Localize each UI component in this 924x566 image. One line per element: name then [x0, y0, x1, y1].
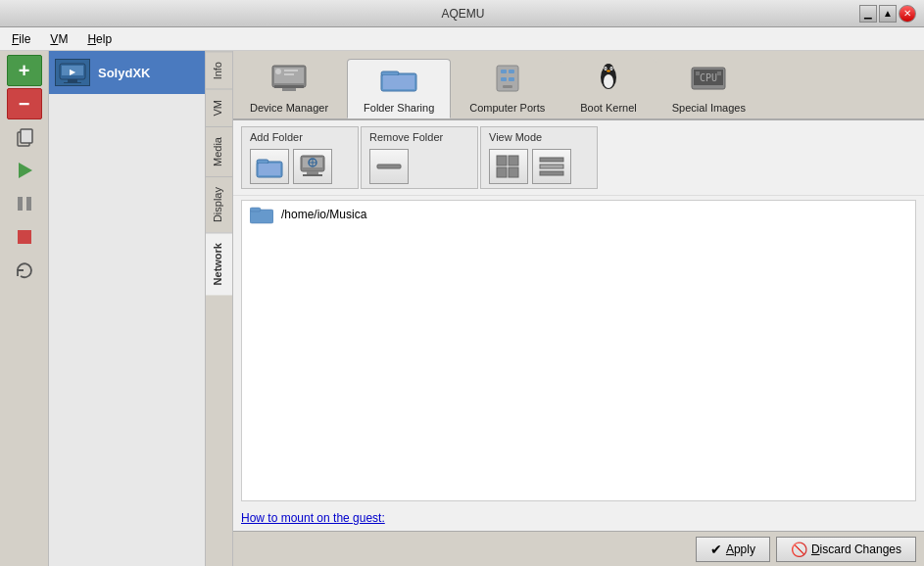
- copy-vm-button[interactable]: [7, 121, 42, 153]
- view-mode-buttons: [489, 149, 589, 184]
- svg-rect-52: [509, 156, 518, 165]
- discard-button[interactable]: 🚫 Discard Changes: [776, 537, 916, 562]
- remove-folder-label: Remove Folder: [369, 131, 469, 143]
- file-path: /home/io/Musica: [281, 208, 366, 221]
- folder-icon: [250, 205, 273, 224]
- svg-rect-53: [497, 167, 507, 177]
- minimize-button[interactable]: ▁: [859, 5, 877, 23]
- view-mode-group: View Mode: [480, 126, 598, 189]
- menu-help[interactable]: Help: [79, 30, 120, 48]
- tab-special-images[interactable]: CPU Special Images: [656, 59, 762, 118]
- tab-computer-ports[interactable]: Computer Ports: [453, 59, 561, 118]
- svg-rect-8: [64, 82, 81, 83]
- file-list-item[interactable]: /home/io/Musica: [242, 201, 915, 228]
- vtab-media[interactable]: Media: [206, 126, 232, 176]
- remove-vm-button[interactable]: −: [7, 88, 42, 119]
- maximize-button[interactable]: ▲: [879, 5, 897, 23]
- vm-name: SolydXK: [98, 66, 150, 80]
- tab-boot-kernel[interactable]: Boot Kernel: [563, 57, 653, 118]
- add-folder-network-button[interactable]: [293, 149, 332, 184]
- remove-folder-buttons: [369, 149, 469, 184]
- vm-panel: ▶ SolydXK: [49, 51, 206, 566]
- stop-vm-button[interactable]: [7, 221, 42, 253]
- run-vm-button[interactable]: [7, 155, 42, 186]
- svg-rect-39: [717, 71, 721, 75]
- svg-point-28: [604, 74, 613, 88]
- svg-text:▶: ▶: [70, 68, 76, 76]
- top-tabs: Device Manager Folder Sharing: [233, 51, 924, 120]
- tab-folder-sharing[interactable]: Folder Sharing: [347, 59, 451, 118]
- svg-rect-46: [303, 174, 322, 176]
- main-container: + − ▶: [0, 51, 924, 566]
- menu-vm[interactable]: VM: [42, 30, 75, 48]
- file-list[interactable]: /home/io/Musica: [241, 200, 916, 501]
- svg-rect-38: [696, 71, 700, 75]
- apply-icon: ✔: [710, 542, 722, 557]
- add-vm-button[interactable]: +: [7, 55, 42, 86]
- svg-rect-26: [503, 85, 512, 88]
- vertical-tabs: Info VM Media Display Network: [206, 51, 233, 566]
- remove-folder-group: Remove Folder: [361, 126, 478, 189]
- svg-rect-25: [509, 77, 514, 81]
- add-folder-buttons: [250, 149, 350, 184]
- svg-rect-59: [250, 208, 261, 212]
- vtab-display[interactable]: Display: [206, 176, 232, 232]
- svg-point-32: [605, 68, 607, 70]
- vm-list-item[interactable]: ▶ SolydXK: [49, 51, 205, 94]
- view-grid-button[interactable]: [489, 149, 528, 184]
- tab-special-images-label: Special Images: [672, 102, 746, 114]
- close-button[interactable]: ✕: [899, 5, 916, 23]
- window-title: AQEMU: [67, 7, 859, 21]
- menubar: File VM Help: [0, 27, 924, 51]
- special-images-icon: CPU: [690, 64, 727, 100]
- add-folder-open-button[interactable]: [250, 149, 289, 184]
- svg-rect-45: [307, 171, 318, 174]
- svg-marker-2: [19, 163, 32, 178]
- window-controls: ▁ ▲ ✕: [859, 5, 916, 23]
- tab-computer-ports-label: Computer Ports: [469, 102, 545, 114]
- vtab-info[interactable]: Info: [206, 51, 232, 89]
- toolbar-area: Add Folder: [233, 120, 924, 196]
- vm-icon: ▶: [55, 59, 90, 86]
- svg-rect-57: [540, 171, 563, 175]
- boot-kernel-icon: [590, 62, 627, 100]
- svg-rect-19: [381, 71, 399, 75]
- help-link-text: How to mount on the guest:: [241, 511, 385, 525]
- svg-rect-23: [509, 70, 514, 73]
- apply-button[interactable]: ✔ Apply: [696, 537, 770, 562]
- svg-rect-14: [284, 70, 298, 71]
- svg-rect-3: [18, 197, 23, 211]
- titlebar: AQEMU ▁ ▲ ✕: [0, 0, 924, 27]
- svg-rect-1: [21, 129, 32, 143]
- help-link[interactable]: How to mount on the guest:: [233, 505, 924, 531]
- discard-icon: 🚫: [791, 542, 807, 557]
- pause-vm-button[interactable]: [7, 188, 42, 219]
- svg-text:CPU: CPU: [700, 72, 717, 83]
- add-folder-group: Add Folder: [241, 126, 359, 189]
- svg-point-33: [610, 68, 612, 70]
- view-list-button[interactable]: [532, 149, 571, 184]
- folder-sharing-icon: [380, 64, 417, 100]
- bottom-bar: ✔ Apply 🚫 Discard Changes: [233, 531, 924, 566]
- svg-rect-42: [259, 164, 280, 175]
- svg-rect-41: [257, 160, 268, 164]
- tab-folder-sharing-label: Folder Sharing: [364, 102, 434, 114]
- tab-device-manager[interactable]: Device Manager: [233, 59, 345, 118]
- svg-rect-24: [501, 77, 507, 81]
- svg-rect-56: [540, 165, 563, 168]
- reset-vm-button[interactable]: [7, 255, 42, 286]
- content-panel: Device Manager Folder Sharing: [233, 51, 924, 566]
- svg-rect-54: [509, 167, 518, 177]
- svg-rect-15: [284, 73, 294, 75]
- vtab-vm[interactable]: VM: [206, 89, 232, 126]
- discard-label: Discard Changes: [811, 542, 901, 556]
- vtab-network[interactable]: Network: [206, 232, 232, 295]
- svg-rect-17: [282, 88, 296, 91]
- remove-folder-button[interactable]: [369, 149, 409, 184]
- svg-rect-22: [501, 70, 507, 73]
- tab-boot-kernel-label: Boot Kernel: [580, 102, 636, 114]
- svg-rect-4: [26, 197, 31, 211]
- svg-rect-50: [377, 165, 401, 168]
- svg-rect-5: [18, 230, 31, 244]
- menu-file[interactable]: File: [4, 30, 38, 48]
